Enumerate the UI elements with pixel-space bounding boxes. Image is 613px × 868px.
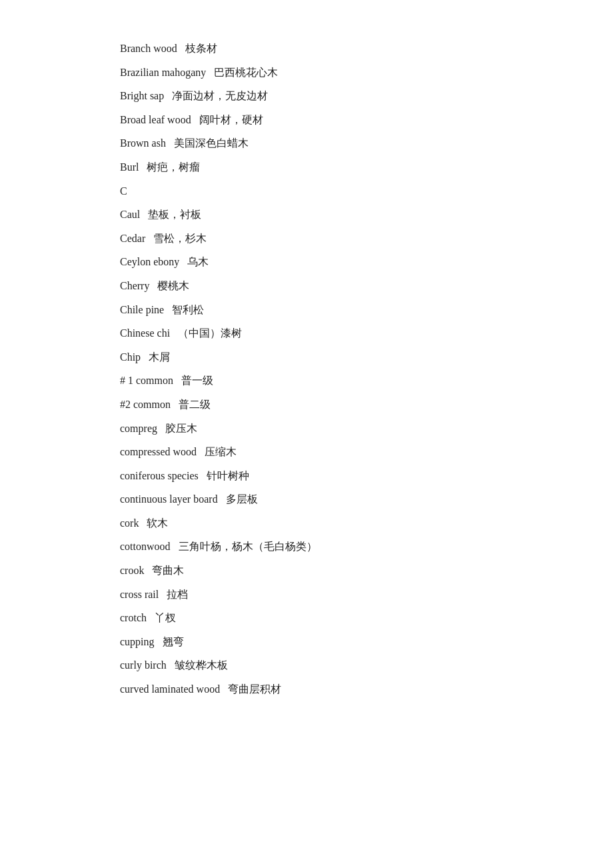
entry-term: Brazilian mahogany: [120, 67, 206, 78]
entry-term: compreg: [120, 423, 157, 434]
entry-cross-rail: cross rail 拉档: [120, 586, 493, 603]
entry-curly-birch: curly birch 皱纹桦木板: [120, 657, 493, 674]
entry-term: Chinese chi: [120, 327, 170, 339]
entry-term: Chip: [120, 351, 141, 363]
entry-chinese-chi: Chinese chi （中国）漆树: [120, 325, 493, 342]
entry-chile-pine: Chile pine 智利松: [120, 301, 493, 319]
entry-term: # 1 common: [120, 375, 173, 386]
entry-translation: 枝条材: [185, 43, 217, 54]
entry-translation: 皱纹桦木板: [175, 659, 228, 671]
entry-crook: crook 弯曲木: [120, 562, 493, 579]
entry-translation: 树疤，树瘤: [147, 161, 200, 173]
entry-crotch: crotch 丫杈: [120, 609, 493, 627]
entry-term: curved laminated wood: [120, 683, 220, 695]
page-container: Branch wood 枝条材Brazilian mahogany 巴西桃花心木…: [0, 0, 613, 745]
entry-curved-laminated-wood: curved laminated wood 弯曲层积材: [120, 681, 493, 698]
entry-translation: 雪松，杉木: [153, 233, 207, 244]
entry-section-c: C: [120, 183, 493, 200]
entry-cherry: Cherry 樱桃木: [120, 277, 493, 295]
entry-translation: 弯曲层积材: [228, 683, 281, 695]
entry-term: Bright sap: [120, 90, 164, 101]
entry-compreg: compreg 胶压木: [120, 420, 493, 437]
entry-term: Broad leaf wood: [120, 114, 191, 125]
entry-translation: 三角叶杨，杨木（毛白杨类）: [179, 541, 317, 552]
entry-translation: 软木: [147, 517, 168, 529]
entry-term: Branch wood: [120, 43, 177, 54]
entry-term: cork: [120, 517, 139, 529]
entry-translation: 普二级: [179, 399, 211, 410]
entry-translation: 木屑: [149, 351, 170, 363]
entry-term: coniferous species: [120, 470, 199, 481]
entry-translation: 针叶树种: [207, 470, 249, 481]
entry-term: Chile pine: [120, 304, 164, 315]
entry-term: continuous layer board: [120, 493, 218, 505]
entry-term: cupping: [120, 636, 155, 647]
entry-translation: 弯曲木: [152, 565, 184, 576]
entry-cupping: cupping 翘弯: [120, 633, 493, 651]
entry-brown-ash: Brown ash 美国深色白蜡木: [120, 135, 493, 152]
entry-term: curly birch: [120, 659, 167, 671]
entry-translation: 翘弯: [163, 636, 184, 647]
entry-cottonwood: cottonwood 三角叶杨，杨木（毛白杨类）: [120, 538, 493, 555]
entry-translation: 拉档: [167, 589, 188, 600]
entry-ceylon-ebony: Ceylon ebony 乌木: [120, 253, 493, 271]
entry-term: cottonwood: [120, 541, 171, 552]
entry-term: Cherry: [120, 280, 149, 291]
entry-common-1: # 1 common 普一级: [120, 372, 493, 389]
entry-continuous-layer-board: continuous layer board 多层板: [120, 491, 493, 508]
entry-cork: cork 软木: [120, 515, 493, 532]
entry-bright-sap: Bright sap 净面边材，无皮边材: [120, 87, 493, 105]
entry-translation: 胶压木: [165, 423, 197, 434]
entry-translation: 智利松: [172, 304, 204, 315]
entry-translation: 垫板，衬板: [148, 209, 201, 220]
entry-caul: Caul 垫板，衬板: [120, 206, 493, 223]
entry-translation: 多层板: [226, 493, 258, 505]
entry-chip: Chip 木屑: [120, 349, 493, 366]
entry-translation: 丫杈: [155, 612, 176, 623]
entry-term: Burl: [120, 161, 139, 173]
entry-translation: （中国）漆树: [178, 327, 242, 339]
entry-translation: 巴西桃花心木: [214, 67, 278, 78]
entry-term: #2 common: [120, 399, 171, 410]
entry-term: cross rail: [120, 589, 159, 600]
entry-cedar: Cedar 雪松，杉木: [120, 230, 493, 247]
entry-broad-leaf-wood: Broad leaf wood 阔叶材，硬材: [120, 111, 493, 129]
entry-term: Caul: [120, 209, 140, 220]
entry-translation: 阔叶材，硬材: [199, 114, 263, 125]
entry-term: Cedar: [120, 233, 145, 244]
entry-term: crook: [120, 565, 144, 576]
entry-term: compressed wood: [120, 446, 197, 457]
entry-translation: 净面边材，无皮边材: [172, 90, 268, 101]
entry-translation: 美国深色白蜡木: [174, 137, 249, 149]
entry-compressed-wood: compressed wood 压缩木: [120, 443, 493, 461]
entry-coniferous-species: coniferous species 针叶树种: [120, 467, 493, 485]
entry-branch-wood: Branch wood 枝条材: [120, 40, 493, 57]
entry-translation: 普一级: [181, 375, 213, 386]
entry-brazilian-mahogany: Brazilian mahogany 巴西桃花心木: [120, 64, 493, 81]
entry-term: crotch: [120, 612, 147, 623]
entry-common-2: #2 common 普二级: [120, 396, 493, 413]
entry-term: Brown ash: [120, 137, 166, 149]
entry-translation: 乌木: [187, 256, 209, 267]
entry-burl: Burl 树疤，树瘤: [120, 159, 493, 176]
entry-translation: 樱桃木: [157, 280, 189, 291]
entry-translation: 压缩木: [205, 446, 237, 457]
entry-term: Ceylon ebony: [120, 256, 179, 267]
